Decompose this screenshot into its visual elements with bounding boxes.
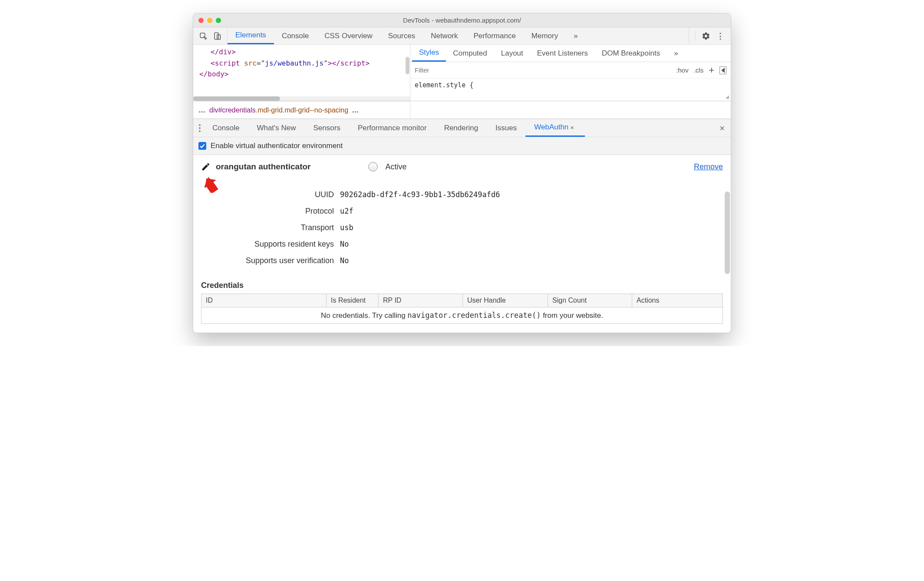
tab-elements[interactable]: Elements — [228, 27, 274, 44]
kebab-menu-icon[interactable]: ⋮ — [716, 31, 725, 41]
titlebar: DevTools - webauthndemo.appspot.com/ — [193, 13, 731, 27]
drawer-close-icon[interactable]: × — [719, 123, 725, 133]
enable-virtual-authenticator-row: Enable virtual authenticator environment — [193, 137, 731, 155]
styles-filter-input[interactable] — [410, 66, 672, 74]
window-zoom-button[interactable] — [216, 18, 221, 23]
drawer-tab-performance-monitor[interactable]: Performance monitor — [349, 119, 436, 137]
side-tab-layout[interactable]: Layout — [494, 45, 530, 62]
authenticator-name: orangutan authenticator — [216, 162, 311, 172]
tab-console[interactable]: Console — [274, 27, 317, 44]
window-minimize-button[interactable] — [207, 18, 212, 23]
window-title: DevTools - webauthndemo.appspot.com/ — [198, 17, 726, 24]
panel-vertical-scrollbar[interactable] — [725, 191, 730, 331]
side-tab-dom-breakpoints[interactable]: DOM Breakpoints — [595, 45, 667, 62]
device-toggle-icon[interactable] — [213, 32, 221, 40]
kv-value-protocol: u2f — [340, 207, 353, 215]
main-toolbar: Elements Console CSS Overview Sources Ne… — [193, 27, 731, 45]
credentials-table: ID Is Resident RP ID User Handle Sign Co… — [201, 294, 723, 324]
drawer-menu-icon[interactable] — [196, 119, 204, 137]
drawer-tabs: Console What's New Sensors Performance m… — [193, 119, 731, 137]
col-id[interactable]: ID — [201, 294, 327, 307]
svg-rect-1 — [214, 33, 218, 39]
authenticator-details: UUID90262adb-df2f-4c93-9bb1-35db6249afd6… — [201, 186, 723, 269]
col-rp-id[interactable]: RP ID — [379, 294, 463, 307]
col-is-resident[interactable]: Is Resident — [327, 294, 379, 307]
authenticator-panel: orangutan authenticator Active Remove UU… — [193, 155, 731, 333]
authenticator-remove-link[interactable]: Remove — [694, 162, 723, 172]
drawer-tab-issues[interactable]: Issues — [487, 119, 525, 137]
breadcrumb-overflow-left[interactable]: … — [198, 106, 206, 114]
col-actions[interactable]: Actions — [632, 294, 723, 307]
kv-label-user-verification: Supports user verification — [201, 256, 340, 265]
side-tab-event-listeners[interactable]: Event Listeners — [530, 45, 595, 62]
close-tab-icon[interactable]: × — [570, 124, 576, 131]
edit-icon[interactable] — [201, 162, 211, 172]
credentials-empty-pre: No credentials. Try calling — [321, 311, 407, 320]
tab-css-overview[interactable]: CSS Overview — [317, 27, 380, 44]
window-close-button[interactable] — [198, 18, 204, 23]
drawer-tab-webauthn-label: WebAuthn — [534, 123, 568, 132]
computed-styles-sidebar-toggle[interactable] — [719, 66, 726, 74]
dom-breadcrumb[interactable]: … div#credentials.mdl-grid.mdl-grid--no-… — [193, 101, 410, 119]
kv-label-protocol: Protocol — [201, 207, 340, 216]
kv-value-uuid: 90262adb-df2f-4c93-9bb1-35db6249afd6 — [340, 190, 500, 199]
tab-network[interactable]: Network — [423, 27, 465, 44]
elements-dom-tree[interactable]: </div> <script src="js/webauthn.js"></sc… — [193, 45, 410, 101]
kv-value-resident-keys: No — [340, 240, 349, 248]
settings-icon[interactable] — [702, 32, 710, 40]
styles-pane: Styles Computed Layout Event Listeners D… — [410, 45, 731, 101]
main-tabs: Elements Console CSS Overview Sources Ne… — [228, 27, 689, 44]
credentials-empty-row: No credentials. Try calling navigator.cr… — [201, 307, 723, 324]
authenticator-active-radio[interactable] — [368, 162, 378, 172]
credentials-empty-post: from your website. — [541, 311, 603, 320]
authenticator-active-label: Active — [386, 162, 407, 172]
kv-label-resident-keys: Supports resident keys — [201, 240, 340, 249]
drawer-tab-sensors[interactable]: Sensors — [305, 119, 349, 137]
new-style-rule-button[interactable]: + — [709, 65, 714, 76]
kv-value-transport: usb — [340, 223, 353, 232]
breadcrumb-overflow-right[interactable]: … — [352, 106, 359, 114]
cls-toggle[interactable]: .cls — [694, 66, 704, 74]
inspect-icon[interactable] — [199, 32, 207, 40]
tabs-overflow-button[interactable]: » — [566, 27, 585, 44]
col-user-handle[interactable]: User Handle — [463, 294, 548, 307]
col-sign-count[interactable]: Sign Count — [548, 294, 632, 307]
hov-toggle[interactable]: :hov — [676, 66, 688, 74]
drawer-tab-console[interactable]: Console — [204, 119, 248, 137]
kv-label-uuid: UUID — [201, 190, 340, 199]
drawer-tab-rendering[interactable]: Rendering — [436, 119, 487, 137]
resize-corner-icon: ◢ — [726, 94, 729, 99]
kv-label-transport: Transport — [201, 223, 340, 232]
horizontal-scrollbar[interactable] — [193, 96, 410, 101]
vertical-scrollbar-thumb[interactable] — [406, 57, 409, 74]
drawer-tab-whats-new[interactable]: What's New — [248, 119, 304, 137]
drawer-tab-webauthn[interactable]: WebAuthn × — [525, 119, 585, 137]
credentials-heading: Credentials — [201, 281, 723, 290]
tab-sources[interactable]: Sources — [380, 27, 423, 44]
credentials-empty-code: navigator.credentials.create() — [407, 311, 541, 320]
side-tab-styles[interactable]: Styles — [412, 45, 446, 62]
side-tab-computed[interactable]: Computed — [446, 45, 494, 62]
element-style-block[interactable]: element.style { — [410, 79, 731, 92]
kv-value-user-verification: No — [340, 256, 349, 265]
credentials-header-row: ID Is Resident RP ID User Handle Sign Co… — [201, 294, 723, 307]
tab-performance[interactable]: Performance — [466, 27, 524, 44]
annotation-arrow-icon — [201, 175, 222, 196]
enable-virtual-authenticator-checkbox[interactable] — [198, 142, 206, 150]
crumb-id: #credentials — [218, 106, 255, 114]
crumb-tag: div — [209, 106, 218, 114]
enable-virtual-authenticator-label: Enable virtual authenticator environment — [211, 142, 343, 150]
side-tabs-overflow[interactable]: » — [667, 45, 685, 62]
crumb-classes: .mdl-grid.mdl-grid--no-spacing — [256, 106, 348, 114]
tab-memory[interactable]: Memory — [524, 27, 566, 44]
